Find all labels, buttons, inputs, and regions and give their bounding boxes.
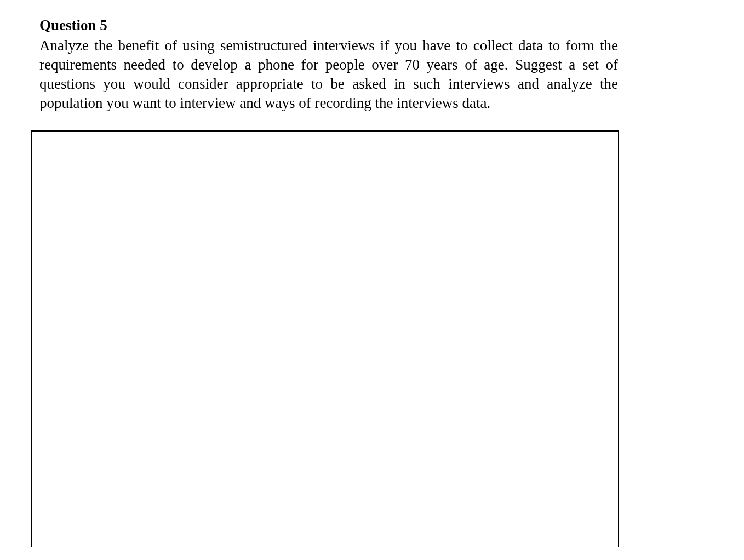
question-block: Question 5 Analyze the benefit of using … (0, 16, 744, 113)
answer-box (31, 130, 619, 547)
question-title: Question 5 (39, 16, 618, 35)
question-body: Analyze the benefit of using semistructu… (39, 36, 618, 113)
